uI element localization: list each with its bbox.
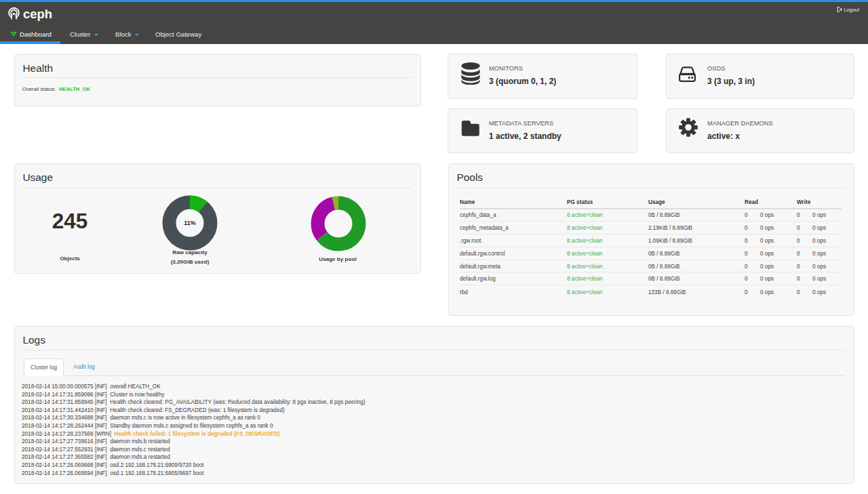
svg-text:11%: 11% bbox=[184, 220, 196, 226]
